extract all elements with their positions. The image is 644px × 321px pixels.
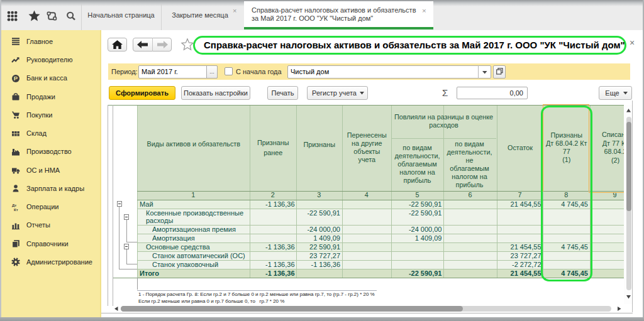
- svg-text:Дт: Дт: [12, 204, 16, 207]
- svg-text:Кт: Кт: [14, 208, 18, 212]
- svg-text:P: P: [14, 75, 18, 82]
